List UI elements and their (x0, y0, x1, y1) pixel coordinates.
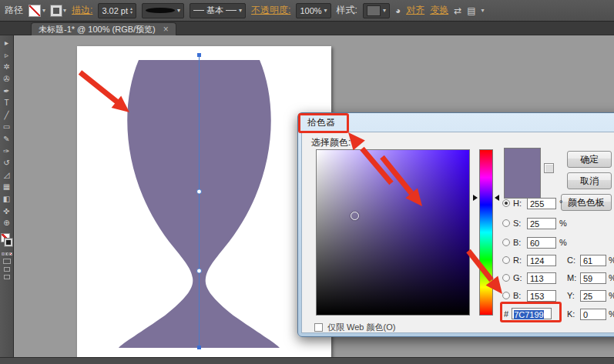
hex-value-selected: 7C7199 (514, 310, 544, 319)
field-input-g[interactable]: 113 (527, 272, 556, 284)
pen-tool[interactable]: ✒ (1, 85, 13, 97)
rotate-tool[interactable]: ↺ (1, 157, 13, 169)
gradient-mode-button[interactable] (5, 252, 8, 255)
anchor-point-middle[interactable] (197, 189, 202, 194)
magic-wand-tool[interactable]: ✲ (1, 61, 13, 73)
hex-input[interactable]: 7C7199 (512, 308, 552, 319)
radio-h[interactable] (502, 199, 510, 207)
stroke-swatch[interactable] (5, 239, 12, 246)
field-label-k: K: (567, 309, 578, 319)
radio-g[interactable] (502, 274, 510, 282)
draw-normal-mode-button[interactable] (3, 259, 11, 264)
anchor-point-waist[interactable] (197, 269, 202, 273)
direct-selection-tool[interactable]: ▹ (1, 49, 13, 62)
brush-line-icon (226, 10, 237, 11)
transform-panel-link[interactable]: 变换 (430, 4, 448, 17)
field-label-h: H: (513, 199, 524, 208)
style-dropdown[interactable]: ▾ (363, 3, 390, 18)
stepper-icon[interactable]: ▴ ▾ (130, 7, 133, 15)
stroke-panel-link[interactable]: 描边: (72, 4, 92, 17)
caret-down-icon: ▾ (324, 8, 327, 14)
zoom-tool[interactable]: ⊕ (1, 217, 13, 229)
color-field-marker[interactable] (351, 212, 359, 220)
field-input-c[interactable]: 61 (580, 255, 606, 266)
hue-slider-handle-right-icon[interactable] (495, 195, 499, 201)
color-mode-button[interactable] (2, 252, 5, 255)
caret-down-icon: ▾ (383, 8, 386, 14)
document-tab-title: 未标题-1* @ 100% (RGB/预览) (39, 24, 156, 35)
document-tab-bar: 未标题-1* @ 100% (RGB/预览) × (0, 22, 614, 35)
dialog-title-bar[interactable]: 拾色器 (298, 113, 614, 132)
caret-down-icon: ▾ (239, 8, 242, 14)
artwork-svg (77, 46, 331, 357)
cancel-button[interactable]: 取消 (567, 172, 612, 189)
draw-behind-mode-button[interactable] (4, 267, 10, 272)
web-only-checkbox[interactable] (314, 323, 323, 332)
rectangle-tool[interactable]: ▭ (1, 121, 13, 133)
caret-down-icon: ▾ (177, 8, 180, 14)
pencil-tool[interactable]: ✎ (1, 133, 13, 145)
style-swatch-icon (367, 5, 381, 16)
field-input-k[interactable]: 0 (580, 309, 606, 320)
opacity-dropdown[interactable]: 100% ▾ (296, 3, 330, 18)
radio-b2[interactable] (502, 292, 510, 299)
mesh-tool[interactable]: ▦ (1, 181, 13, 193)
color-swatches-button[interactable]: 颜色色板 (561, 194, 612, 211)
field-row-c: C: 61 % (567, 254, 614, 266)
caret-down-icon: ▾ (63, 8, 66, 14)
field-input-s[interactable]: 25 (527, 218, 556, 229)
field-label-r: R: (513, 255, 524, 265)
panel-menu-icon[interactable]: ▤ (467, 5, 475, 16)
radio-b[interactable] (502, 239, 510, 246)
eyedropper-tool[interactable]: ✜ (1, 205, 13, 217)
none-mode-button[interactable] (9, 252, 12, 255)
field-input-m[interactable]: 59 (580, 272, 606, 284)
hue-slider-handle-left-icon[interactable] (473, 195, 478, 201)
web-safe-cube-icon[interactable] (544, 163, 554, 173)
close-tab-icon[interactable]: × (163, 24, 169, 35)
field-label-m: M: (567, 273, 578, 282)
field-unit-y: % (609, 291, 614, 300)
gradient-tool[interactable]: ◧ (1, 193, 13, 205)
stroke-color-control[interactable]: ▾ (51, 5, 66, 16)
web-only-checkbox-row[interactable]: 仅限 Web 颜色(O) (314, 322, 395, 333)
field-unit-k: % (609, 309, 614, 319)
fill-color-control[interactable]: ▾ (29, 5, 45, 17)
field-row-s: S: 25 % (502, 217, 567, 229)
control-bar: 路径 ▾ ▾ 描边: 3.02 pt ▴ ▾ ▾ 基本 ▾ 不透明度: 100%… (0, 0, 614, 22)
field-input-b[interactable]: 60 (527, 237, 556, 249)
artboard[interactable] (77, 46, 331, 357)
fill-stroke-control[interactable] (0, 233, 14, 250)
hue-slider[interactable] (479, 149, 493, 316)
document-tab[interactable]: 未标题-1* @ 100% (RGB/预览) × (31, 22, 176, 35)
stepper-down-icon[interactable]: ▾ (130, 11, 133, 15)
line-segment-tool[interactable]: ╱ (1, 109, 13, 122)
brush-definition-dropdown[interactable]: 基本 ▾ (190, 3, 246, 18)
selection-tool[interactable]: ▸ (1, 37, 13, 49)
recolor-artwork-icon[interactable]: ◕ (395, 5, 401, 16)
opacity-panel-link[interactable]: 不透明度: (251, 4, 290, 17)
radio-r[interactable] (502, 256, 510, 264)
paintbrush-tool[interactable]: ✑ (1, 145, 13, 157)
anchor-point-bottom[interactable] (197, 346, 201, 349)
color-picker-dialog: 拾色器 选择颜色: 确定 取消 颜色色板 H: 255 ° S: 25 % B (297, 112, 614, 337)
screen-mode-button[interactable] (4, 275, 10, 279)
field-label-b: B: (513, 238, 524, 247)
align-panel-link[interactable]: 对齐 (406, 4, 424, 17)
anchor-point-top[interactable] (197, 53, 201, 57)
status-bar (0, 357, 614, 364)
field-input-b2[interactable]: 153 (527, 290, 556, 302)
stroke-weight-input[interactable]: 3.02 pt ▴ ▾ (98, 3, 136, 18)
field-input-y[interactable]: 25 (580, 290, 606, 302)
type-tool[interactable]: T (1, 97, 13, 109)
field-input-r[interactable]: 124 (527, 255, 556, 266)
field-input-h[interactable]: 255 (527, 198, 556, 209)
radio-s[interactable] (502, 219, 510, 227)
width-profile-dropdown[interactable]: ▾ (142, 3, 184, 18)
isolate-selection-icon[interactable]: ⇄ (454, 5, 461, 16)
ok-button[interactable]: 确定 (567, 151, 612, 168)
scale-tool[interactable]: ◿ (1, 169, 13, 182)
lasso-tool[interactable]: ✇ (1, 73, 13, 85)
field-row-k: K: 0 % (567, 308, 614, 320)
color-field[interactable] (316, 149, 470, 316)
